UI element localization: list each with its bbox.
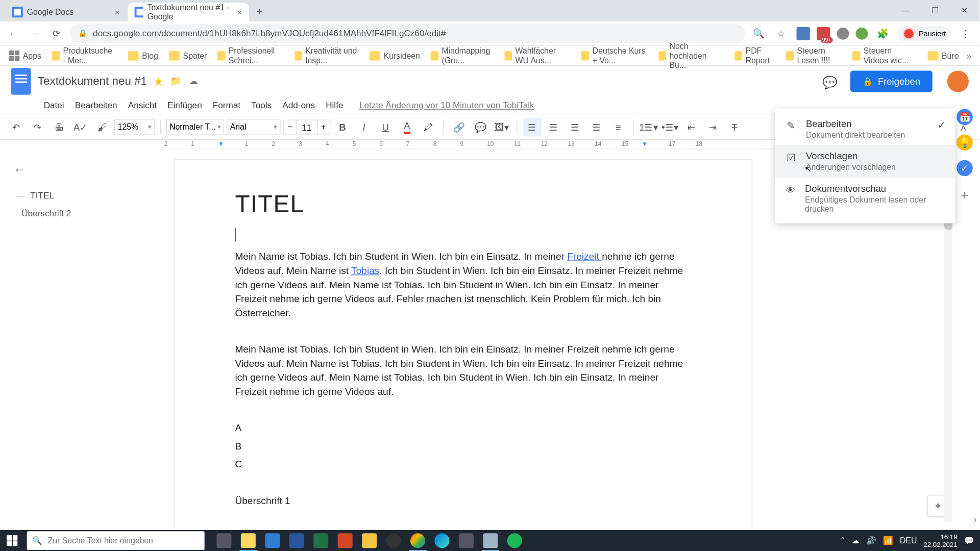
clock[interactable]: 16:19 22.02.2021 [924,533,958,548]
taskbar-spotify[interactable] [503,530,526,551]
menu-file[interactable]: Datei [39,99,68,112]
close-icon[interactable]: × [237,7,242,17]
last-edit-note[interactable]: Letzte Änderung vor 10 Minuten von TobiT… [355,99,539,112]
cloud-icon[interactable]: ☁ [189,76,201,88]
bookmark-item[interactable]: Später [165,49,210,62]
bookmark-item[interactable]: Professionell Schrei... [214,44,287,67]
indent-increase-button[interactable]: ⇥ [704,117,723,136]
list-line[interactable]: B [235,439,691,454]
indent-decrease-button[interactable]: ⇤ [682,117,701,136]
language-indicator[interactable]: DEU [900,536,917,545]
taskbar-explorer[interactable] [237,530,260,551]
new-tab-button[interactable]: + [250,3,269,21]
document-title[interactable]: Textdokument neu #1 [38,74,147,88]
link-tobias[interactable]: Tobias [351,265,379,276]
menu-help[interactable]: Hilfe [321,99,348,112]
move-icon[interactable]: 📁 [170,76,182,88]
side-panel-toggle[interactable]: › [974,514,977,524]
bold-button[interactable]: B [333,117,352,136]
taskbar-edge[interactable] [431,530,454,551]
mode-option-suggest[interactable]: ☑ Vorschlagen Änderungen vorschlagen [775,145,955,178]
spellcheck-button[interactable]: A✓ [71,117,90,136]
bookmark-item[interactable]: Produktsuche - Mer... [48,44,120,67]
insert-image-button[interactable]: 🖼▾ [493,117,511,136]
maximize-button[interactable]: ☐ [920,0,950,21]
line-spacing-button[interactable]: ≡ [609,117,628,136]
align-center-button[interactable]: ☰ [544,117,563,136]
insert-comment-button[interactable]: 💬 [471,117,490,136]
notifications-icon[interactable]: 💬 [964,536,974,545]
paragraph[interactable]: Mein Name ist Tobias. Ich bin Student in… [235,342,691,399]
bookmarks-overflow[interactable]: » [966,50,974,61]
decrease-font-button[interactable]: − [283,119,297,134]
keep-tab[interactable]: 💡 [957,135,973,151]
apps-button[interactable]: Apps [6,48,45,63]
minimize-button[interactable]: — [891,0,920,21]
heading-small[interactable]: Überschrift 1 [235,494,691,508]
taskbar-powerpoint[interactable] [334,530,357,551]
extension-icon[interactable] [796,27,810,40]
text-color-button[interactable]: A [398,117,416,136]
align-right-button[interactable]: ☰ [566,117,584,136]
outline-back-button[interactable]: ← [13,163,157,177]
zoom-icon[interactable]: 🔍 [750,25,767,41]
onedrive-icon[interactable]: ☁ [851,536,860,545]
tray-overflow[interactable]: ˄ [841,536,845,545]
taskbar-word[interactable] [285,530,308,551]
bookmark-item[interactable]: Blog [125,49,162,62]
numbered-list-button[interactable]: 1☰▾ [639,117,658,136]
page[interactable]: TITEL Mein Name ist Tobias. Ich bin Stud… [174,159,752,530]
bookmark-item[interactable]: Mindmapping (Gru... [427,44,497,67]
bulleted-list-button[interactable]: •☰▾ [660,117,679,136]
comment-icon[interactable]: 💬 [822,76,835,88]
font-select[interactable]: Arial▾ [227,119,280,135]
profile-button[interactable]: Pausiert [897,26,951,41]
extension-icon[interactable]: 99+ [817,27,830,40]
close-icon[interactable]: × [115,7,120,17]
increase-font-button[interactable]: + [317,119,330,134]
mode-option-view[interactable]: 👁 Dokumentvorschau Endgültiges Dokument … [775,178,955,219]
add-panel-button[interactable]: + [955,186,974,205]
tasks-tab[interactable]: ✓ [957,160,973,177]
star-icon[interactable]: ★ [154,75,163,88]
print-button[interactable]: 🖶 [50,117,69,136]
bookmark-item[interactable]: PDF Report [731,44,779,67]
windows-search[interactable]: 🔍 Zur Suche Text hier eingeben [27,531,205,550]
menu-tools[interactable]: Tools [247,99,276,112]
menu-view[interactable]: Ansicht [124,99,162,112]
reload-button[interactable]: ⟳ [48,25,65,41]
bookmark-item[interactable]: Büro [924,49,962,62]
menu-insert[interactable]: Einfügen [163,99,207,112]
bookmark-item[interactable]: Kreativität und Insp... [291,44,362,67]
taskbar-app[interactable] [455,530,478,551]
font-size-value[interactable]: 11 [297,119,317,134]
link-freizeit[interactable]: Freizeit [567,251,602,262]
outline-item[interactable]: Überschrift 2 [13,205,157,223]
bookmark-item[interactable]: Kursideen [366,49,423,62]
menu-edit[interactable]: Bearbeiten [70,99,122,112]
bookmark-item[interactable]: Steuern Lesen !!!! [782,44,845,67]
bookmark-item[interactable]: Deutsche Kurs + Vo... [578,44,651,67]
taskbar-notepad[interactable] [479,530,502,551]
taskbar-app[interactable] [358,530,381,551]
redo-button[interactable]: ↷ [28,117,47,136]
paragraph-style-select[interactable]: Normaler T...▾ [166,119,224,135]
align-justify-button[interactable]: ☰ [587,117,606,136]
italic-button[interactable]: I [355,117,374,136]
menu-addons[interactable]: Add-ons [278,99,320,112]
bookmark-item[interactable]: Noch hochladen Bu... [655,39,727,71]
volume-icon[interactable]: 🔊 [866,536,876,545]
network-icon[interactable]: 📶 [883,536,893,545]
taskbar-ie[interactable] [261,530,284,551]
share-button[interactable]: 🔒 Freigeben [850,70,933,92]
task-view-button[interactable] [212,530,235,551]
browser-tab[interactable]: Textdokument neu #1 - Google × [128,3,249,21]
list-line[interactable]: A [235,421,691,436]
extension-icon[interactable] [837,27,849,39]
mode-option-edit[interactable]: ✎ Bearbeiten Dokument direkt bearbeiten … [775,113,955,145]
bookmark-item[interactable]: Wahlfächer WU Aus... [501,44,574,67]
title-heading[interactable]: TITEL [235,186,691,221]
paint-format-button[interactable]: 🖌 [93,117,112,136]
taskbar-excel[interactable] [309,530,332,551]
taskbar-obs[interactable] [382,530,405,551]
